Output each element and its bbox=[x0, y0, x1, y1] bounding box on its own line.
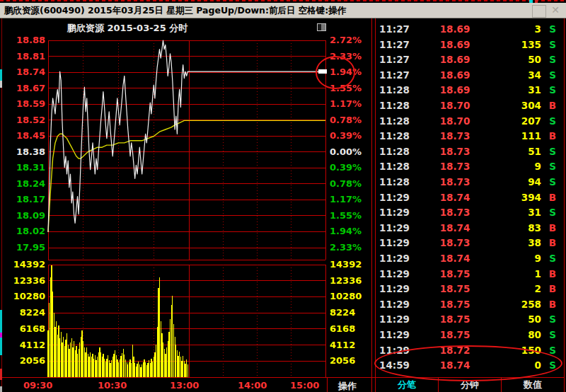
volume-bar bbox=[61, 332, 62, 377]
volume-bar bbox=[74, 341, 74, 377]
volume-bar bbox=[124, 354, 125, 377]
trade-row[interactable]: 11:2718.69135S bbox=[376, 37, 564, 52]
trade-volume: 38 bbox=[489, 235, 541, 250]
volume-bar bbox=[127, 364, 128, 377]
volume-bar bbox=[100, 352, 101, 377]
volume-bar bbox=[168, 332, 169, 377]
trade-row[interactable]: 11:2918.74394B bbox=[376, 190, 564, 205]
time-axis-label: 09:30 bbox=[23, 380, 52, 391]
volume-bar bbox=[68, 345, 69, 377]
volume-bar bbox=[154, 352, 155, 377]
trade-price: 18.75 bbox=[421, 281, 489, 296]
trade-side: S bbox=[541, 21, 564, 37]
volume-bar bbox=[120, 356, 121, 377]
volume-bar bbox=[183, 356, 183, 377]
volume-bar bbox=[109, 360, 110, 377]
trade-row[interactable]: 11:2818.73111B bbox=[376, 128, 564, 144]
volume-bar bbox=[105, 362, 106, 377]
volume-bar bbox=[161, 321, 161, 377]
volume-bar bbox=[47, 330, 48, 377]
trade-side: S bbox=[541, 113, 564, 129]
tab-shuzhi[interactable]: 数值 bbox=[501, 378, 564, 392]
volume-bar bbox=[185, 364, 185, 377]
trade-row[interactable]: 11:2918.75258B bbox=[376, 296, 564, 312]
volume-bar bbox=[76, 346, 76, 377]
volume-bar bbox=[144, 359, 144, 377]
volume-axis-label-right: 12336 bbox=[330, 275, 362, 286]
trade-time: 11:28 bbox=[376, 158, 421, 174]
trade-price: 18.75 bbox=[421, 327, 489, 342]
trade-side: B bbox=[541, 98, 564, 113]
volume-bar bbox=[137, 364, 137, 377]
pct-axis-label: 1.94% bbox=[330, 226, 362, 236]
trade-volume: 207 bbox=[489, 113, 541, 129]
trade-row[interactable]: 11:2918.752B bbox=[376, 281, 564, 296]
trade-row[interactable]: 11:2918.751B bbox=[376, 266, 564, 282]
volume-bar bbox=[132, 345, 133, 377]
trade-list-panel[interactable]: 11:2718.693S11:2718.69135S11:2718.6950S1… bbox=[376, 18, 564, 378]
trade-row[interactable]: 11:2818.7394S bbox=[376, 174, 564, 190]
time-axis-label: 14:00 bbox=[238, 380, 267, 391]
volume-bar bbox=[147, 363, 148, 377]
volume-bar bbox=[99, 347, 100, 377]
trade-side: S bbox=[541, 144, 564, 159]
trade-row[interactable]: 11:2718.6934S bbox=[376, 67, 564, 83]
trade-side: B bbox=[541, 281, 564, 296]
trade-time: 11:29 bbox=[376, 204, 421, 220]
volume-bar bbox=[168, 341, 168, 377]
price-axis-label: 18.24 bbox=[11, 178, 45, 189]
edge-sliver-cyan-3 bbox=[0, 338, 2, 355]
price-axis-label: 18.74 bbox=[11, 67, 45, 77]
volume-bar bbox=[88, 357, 89, 377]
trade-row[interactable]: 11:2918.7580S bbox=[376, 327, 564, 342]
trade-row[interactable]: 11:2818.70207S bbox=[376, 113, 564, 129]
volume-bar bbox=[58, 325, 59, 377]
trade-row[interactable]: 11:2918.7338B bbox=[376, 235, 564, 250]
trade-volume: 9 bbox=[489, 250, 541, 266]
trade-price: 18.73 bbox=[421, 174, 489, 190]
trade-row[interactable]: 11:2918.749S bbox=[376, 250, 564, 266]
trade-price: 18.73 bbox=[421, 158, 489, 174]
trade-volume: 9 bbox=[489, 158, 541, 174]
trade-volume: 31 bbox=[489, 204, 541, 220]
price-axis-label: 18.45 bbox=[11, 130, 45, 141]
volume-bar bbox=[139, 364, 140, 377]
trade-price: 18.75 bbox=[421, 296, 489, 312]
trade-price: 18.75 bbox=[421, 266, 489, 282]
trade-side: S bbox=[541, 204, 564, 220]
trade-row[interactable]: 11:2718.6950S bbox=[376, 52, 564, 67]
trade-row[interactable]: 11:2818.7351S bbox=[376, 144, 564, 159]
annotation-ellipse-last-trade bbox=[374, 345, 562, 381]
volume-bar bbox=[142, 364, 142, 377]
trade-row[interactable]: 11:2818.6931S bbox=[376, 82, 564, 98]
trade-row[interactable]: 11:2918.7483B bbox=[376, 220, 564, 236]
volume-bar bbox=[117, 359, 117, 377]
trade-time: 11:29 bbox=[376, 266, 421, 282]
volume-bar bbox=[112, 357, 113, 377]
trade-row[interactable]: 11:2918.7550S bbox=[376, 311, 564, 327]
trade-time: 11:27 bbox=[376, 67, 421, 83]
price-axis-label: 17.95 bbox=[11, 242, 45, 253]
pct-axis-label: 1.55% bbox=[330, 210, 362, 221]
trade-price: 18.69 bbox=[421, 52, 489, 67]
volume-bar bbox=[103, 354, 103, 377]
trade-row[interactable]: 11:2818.70304B bbox=[376, 98, 564, 113]
trade-time: 11:29 bbox=[376, 311, 421, 327]
trade-volume: 34 bbox=[489, 67, 541, 83]
volume-bar bbox=[159, 277, 160, 377]
volume-bar bbox=[170, 319, 171, 377]
trade-row[interactable]: 11:2818.739S bbox=[376, 158, 564, 174]
edge-sliver-red bbox=[0, 369, 2, 380]
trade-side: B bbox=[541, 266, 564, 282]
volume-bar bbox=[187, 364, 188, 377]
trade-price: 18.74 bbox=[421, 220, 489, 236]
tab-fenbi[interactable]: 分笔 bbox=[376, 378, 438, 392]
trade-row[interactable]: 11:2918.7331S bbox=[376, 204, 564, 220]
trade-time: 11:29 bbox=[376, 327, 421, 342]
volume-bar bbox=[108, 355, 108, 377]
volume-bar bbox=[131, 363, 132, 377]
volume-axis-label-left: 10280 bbox=[11, 291, 45, 301]
volume-bar bbox=[102, 357, 103, 377]
trade-side: S bbox=[541, 37, 564, 52]
trade-row[interactable]: 11:2718.693S bbox=[376, 21, 564, 37]
